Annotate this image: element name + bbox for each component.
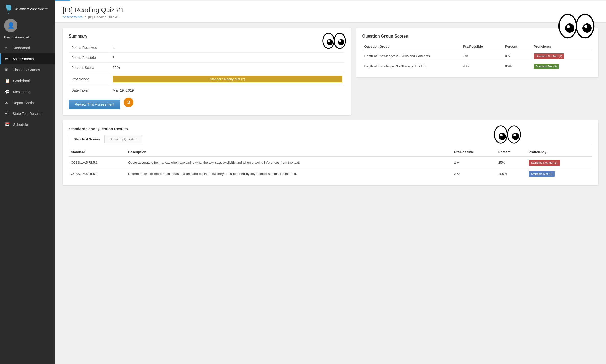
sidebar-item-label: Schedule — [13, 123, 28, 127]
std-row2-code: CCSS.LA.5.RI.5.2 — [69, 168, 126, 179]
std-row1-pts: 1 /4 — [452, 157, 496, 168]
sidebar-item-label: Messaging — [13, 90, 30, 94]
std-col-desc: Description — [126, 148, 452, 157]
sidebar-avatar: 👤 — [0, 16, 55, 34]
table-row: Percent Score 50% — [69, 63, 344, 72]
table-row: Proficiency Standard Nearly Met (2) — [69, 73, 344, 85]
qg-row2-percent: 80% — [503, 61, 532, 71]
sidebar-item-dashboard[interactable]: ⌂ Dashboard — [0, 43, 55, 53]
sidebar-item-gradebook[interactable]: 📋 Gradebook — [0, 75, 55, 86]
std-row2-desc: Determine two or more main ideas of a te… — [126, 168, 452, 179]
qg-col-percent: Percent — [503, 43, 532, 51]
table-row: Depth of Knowledge: 2 - Skills and Conce… — [362, 51, 592, 61]
qg-col-group: Question Group — [362, 43, 461, 51]
sidebar-item-label: Gradebook — [13, 79, 31, 83]
label-percent-score: Percent Score — [69, 63, 110, 72]
qg-table: Question Group Pts/Possible Percent Prof… — [362, 43, 592, 71]
question-group-scores-card: Question Group Scores Question Group Pts… — [356, 28, 598, 77]
sidebar-item-label: State Test Results — [13, 112, 41, 116]
qg-col-prof: Proficiency — [532, 43, 592, 51]
table-row: Depth of Knowledge: 3 - Strategic Thinki… — [362, 61, 592, 71]
building-icon: 🏛 — [5, 111, 9, 116]
standards-table: Standard Description Pts/Possible Percen… — [69, 148, 592, 179]
summary-title: Summary — [69, 34, 345, 39]
value-date-taken: Mar 19, 2019 — [111, 86, 344, 95]
tabs-row: Standard Scores Score By Question — [69, 135, 592, 143]
table-row: CCSS.LA.5.RI.5.2 Determine two or more m… — [69, 168, 592, 179]
qg-row1-group: Depth of Knowledge: 2 - Skills and Conce… — [362, 51, 461, 61]
std-row2-percent: 100% — [496, 168, 527, 179]
qg-header-row: Question Group Pts/Possible Percent Prof… — [362, 43, 592, 51]
content-area: Summary Point — [55, 23, 606, 190]
sidebar-item-assessments[interactable]: ▭ Assessments — [0, 53, 55, 64]
summary-card: Summary Point — [63, 28, 351, 115]
breadcrumb-separator: / — [85, 15, 86, 19]
label-proficiency: Proficiency — [69, 73, 110, 85]
review-assessment-button[interactable]: Review This Assessment — [69, 100, 120, 109]
table-row: CCSS.LA.5.RI.5.1 Quote accurately from a… — [69, 157, 592, 168]
svg-point-6 — [339, 40, 341, 42]
summary-table: Points Received 4 Points Possible 8 Perc… — [69, 43, 345, 95]
logo-icon — [4, 5, 13, 14]
calendar-icon: 📅 — [5, 122, 10, 127]
avatar: 👤 — [4, 19, 17, 32]
value-proficiency: Standard Nearly Met (2) — [111, 73, 344, 85]
std-col-pts: Pts/Possible — [452, 148, 496, 157]
qg-row1-percent: 0% — [503, 51, 532, 61]
value-points-possible: 8 — [111, 53, 344, 63]
std-row2-pts: 2 /2 — [452, 168, 496, 179]
mail-icon: ✉ — [5, 100, 9, 105]
qg-title: Question Group Scores — [362, 34, 592, 39]
proficiency-badge: Standard Nearly Met (2) — [113, 76, 342, 82]
proficiency-badge-blue-std: Standard Met (3) — [529, 171, 555, 177]
sidebar-item-label: Report Cards — [13, 101, 34, 105]
qg-row1-pts: - /3 — [461, 51, 503, 61]
chat-icon: 💬 — [5, 89, 10, 94]
value-points-received: 4 — [111, 43, 344, 53]
qg-row2-pts: 4 /5 — [461, 61, 503, 71]
sidebar-item-state-test-results[interactable]: 🏛 State Test Results — [0, 108, 55, 119]
home-icon: ⌂ — [5, 46, 9, 50]
sidebar-nav: ⌂ Dashboard ▭ Assessments ⊞ Classes / Gr… — [0, 43, 55, 364]
sidebar-item-report-cards[interactable]: ✉ Report Cards — [0, 97, 55, 108]
monitor-icon: ▭ — [5, 56, 9, 61]
grid-icon: ⊞ — [5, 67, 9, 72]
sidebar-item-schedule[interactable]: 📅 Schedule — [0, 119, 55, 130]
std-row1-desc: Quote accurately from a text when explai… — [126, 157, 452, 168]
label-points-possible: Points Possible — [69, 53, 110, 63]
breadcrumb: Assessments / [IB] Reading Quiz #1 — [63, 15, 598, 19]
logo-text: illuminate education™ — [15, 7, 48, 11]
breadcrumb-current: [IB] Reading Quiz #1 — [88, 15, 119, 19]
std-col-percent: Percent — [496, 148, 527, 157]
book-icon: 📋 — [5, 78, 10, 83]
table-row: Points Received 4 — [69, 43, 344, 53]
sidebar-item-messaging[interactable]: 💬 Messaging — [0, 86, 55, 97]
standards-title: Standards and Question Results — [69, 127, 592, 131]
sidebar-item-label: Assessments — [13, 57, 34, 61]
breadcrumb-parent[interactable]: Assessments — [63, 15, 82, 19]
qg-row2-prof: Standard Met (3) — [532, 61, 592, 71]
svg-point-0 — [5, 5, 12, 11]
tab-standard-scores[interactable]: Standard Scores — [69, 135, 105, 143]
table-row: Date Taken Mar 19, 2019 — [69, 86, 344, 95]
standards-card: Standards and Question Results Standard … — [63, 120, 598, 185]
main-content: [IB] Reading Quiz #1 Assessments / [IB] … — [55, 0, 606, 364]
svg-point-3 — [328, 40, 330, 42]
sidebar-username: Baochi Aanestad — [0, 34, 55, 43]
review-area: Review This Assessment 3 — [69, 95, 345, 109]
sidebar: illuminate education™ 👤 Baochi Aanestad … — [0, 0, 55, 364]
sidebar-item-classes-grades[interactable]: ⊞ Classes / Grades — [0, 64, 55, 75]
tab-score-by-question[interactable]: Score By Question — [105, 135, 142, 143]
value-percent-score: 50% — [111, 63, 344, 72]
std-col-standard: Standard — [69, 148, 126, 157]
std-header-row: Standard Description Pts/Possible Percen… — [69, 148, 592, 157]
main-header: [IB] Reading Quiz #1 Assessments / [IB] … — [55, 1, 606, 23]
page-title: [IB] Reading Quiz #1 — [63, 6, 598, 14]
std-row2-prof: Standard Met (3) — [527, 168, 592, 179]
std-row1-prof: Standard Not Met (1) — [527, 157, 592, 168]
qg-row2-group: Depth of Knowledge: 3 - Strategic Thinki… — [362, 61, 461, 71]
sidebar-item-label: Dashboard — [13, 46, 30, 50]
proficiency-badge-red: Standard Not Met (1) — [534, 53, 564, 59]
cards-row: Summary Point — [63, 28, 598, 115]
qg-row1-prof: Standard Not Met (1) — [532, 51, 592, 61]
